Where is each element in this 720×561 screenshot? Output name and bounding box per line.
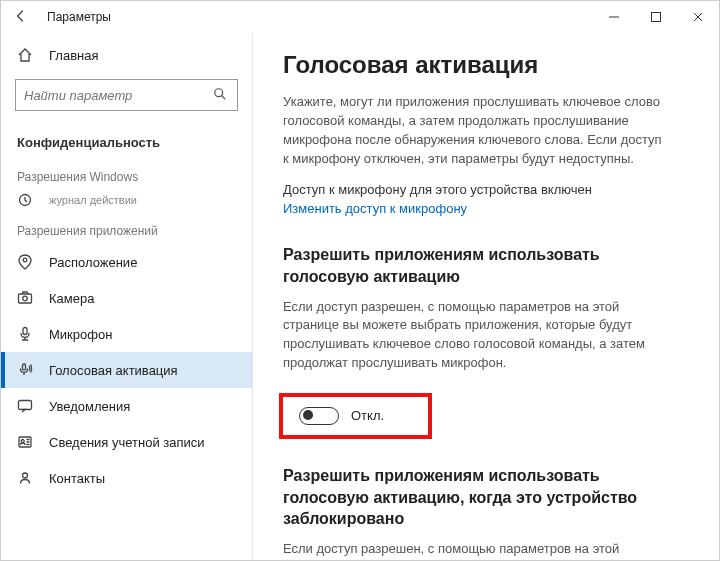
sidebar-item-label: Расположение (49, 255, 137, 270)
close-button[interactable] (677, 3, 719, 31)
mic-status-text: Доступ к микрофону для этого устройства … (283, 182, 689, 197)
sidebar-item-notifications[interactable]: Уведомления (1, 388, 252, 424)
section2-heading: Разрешить приложениям использовать голос… (283, 465, 663, 530)
change-mic-access-link[interactable]: Изменить доступ к микрофону (283, 201, 467, 216)
svg-point-7 (23, 296, 28, 301)
svg-line-3 (222, 96, 226, 100)
sidebar-truncated-item[interactable]: журнал действии (1, 190, 252, 210)
intro-text: Укажите, могут ли приложения прослушиват… (283, 93, 663, 168)
account-icon (17, 434, 33, 450)
svg-point-12 (21, 440, 24, 443)
sidebar-item-label: Уведомления (49, 399, 130, 414)
section-app-perms: Разрешения приложений (1, 210, 252, 244)
sidebar-item-voice[interactable]: Голосовая активация (1, 352, 252, 388)
svg-point-13 (23, 473, 28, 478)
section2-desc: Если доступ разрешен, с помощью параметр… (283, 540, 663, 560)
sidebar-item-account[interactable]: Сведения учетной записи (1, 424, 252, 460)
maximize-icon (650, 11, 662, 23)
search-icon (213, 87, 229, 103)
svg-rect-1 (652, 13, 661, 22)
sidebar-home-label: Главная (49, 48, 98, 63)
sidebar-item-label: Голосовая активация (49, 363, 178, 378)
window-title: Параметры (47, 10, 111, 24)
sidebar-item-location[interactable]: Расположение (1, 244, 252, 280)
toggle-knob (303, 410, 313, 420)
sidebar: Главная Конфиденциальность Разрешения Wi… (1, 33, 253, 560)
location-icon (17, 254, 33, 270)
sidebar-item-label: Сведения учетной записи (49, 435, 205, 450)
section-confidentiality: Конфиденциальность (1, 121, 252, 156)
contacts-icon (17, 470, 33, 486)
svg-rect-8 (23, 328, 27, 335)
sidebar-item-label: Контакты (49, 471, 105, 486)
minimize-icon (608, 11, 620, 23)
back-button[interactable] (11, 9, 31, 26)
maximize-button[interactable] (635, 3, 677, 31)
voice-icon (17, 362, 33, 378)
close-icon (692, 11, 704, 23)
search-input[interactable] (24, 88, 213, 103)
toggle-label: Откл. (351, 408, 384, 423)
svg-rect-9 (23, 364, 26, 370)
section1-heading: Разрешить приложениям использовать голос… (283, 244, 663, 287)
voice-activation-toggle[interactable] (299, 407, 339, 425)
sidebar-item-camera[interactable]: Камера (1, 280, 252, 316)
titlebar: Параметры (1, 1, 719, 33)
sidebar-item-microphone[interactable]: Микрофон (1, 316, 252, 352)
page-heading: Голосовая активация (283, 51, 689, 79)
svg-point-5 (23, 258, 27, 262)
sidebar-item-label: Микрофон (49, 327, 112, 342)
sidebar-truncated-label: журнал действии (49, 194, 137, 206)
notifications-icon (17, 398, 33, 414)
sidebar-home[interactable]: Главная (1, 37, 252, 73)
microphone-icon (17, 326, 33, 342)
svg-rect-10 (19, 401, 32, 410)
search-box[interactable] (15, 79, 238, 111)
svg-point-2 (215, 89, 223, 97)
svg-rect-6 (19, 294, 32, 303)
sidebar-item-contacts[interactable]: Контакты (1, 460, 252, 496)
highlight-box: Откл. (279, 393, 432, 439)
sidebar-item-label: Камера (49, 291, 94, 306)
section1-desc: Если доступ разрешен, с помощью параметр… (283, 298, 663, 373)
camera-icon (17, 290, 33, 306)
minimize-button[interactable] (593, 3, 635, 31)
main-content: Голосовая активация Укажите, могут ли пр… (253, 33, 719, 560)
arrow-left-icon (14, 9, 28, 23)
section-windows-perms: Разрешения Windows (1, 156, 252, 190)
history-icon (17, 192, 33, 208)
home-icon (17, 47, 33, 63)
